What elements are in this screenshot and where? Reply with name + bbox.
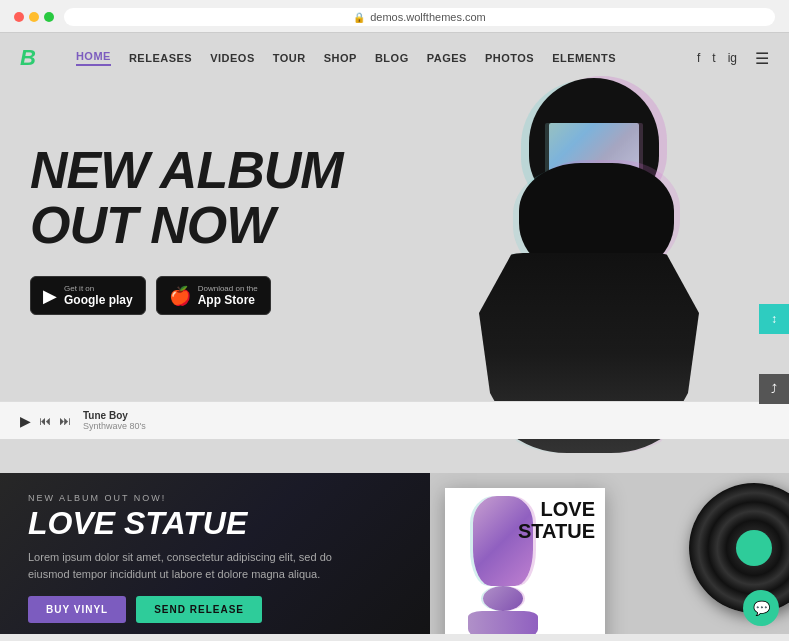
nav-link-home[interactable]: HOME: [76, 50, 111, 66]
nav-links: HOME RELEASES VIDEOS TOUR SHOP BLOG PAGE…: [76, 50, 697, 66]
app-store-text: Download on the App Store: [198, 284, 258, 307]
hamburger-menu-icon[interactable]: ☰: [755, 49, 769, 68]
chat-widget[interactable]: 💬: [743, 590, 779, 626]
player-info: Tune Boy Synthwave 80's: [83, 410, 146, 431]
nav-link-elements[interactable]: ELEMENTS: [552, 52, 616, 64]
player-controls: ▶ ⏮ ⏭: [20, 413, 71, 429]
buy-vinyl-button[interactable]: BUY VINYL: [28, 596, 126, 623]
hero-heading-line1: NEW ALBUM: [30, 143, 759, 198]
side-scroll-widget[interactable]: ↕: [759, 304, 789, 334]
traffic-light-red[interactable]: [14, 12, 24, 22]
album-cover-section: LOVE STATUE: [430, 473, 789, 634]
hero-text: NEW ALBUM OUT NOW ▶ Get it on Google pla…: [30, 143, 759, 315]
google-play-text: Get it on Google play: [64, 284, 133, 307]
player-track-name: Tune Boy: [83, 410, 146, 421]
instagram-icon[interactable]: ig: [728, 51, 737, 65]
player-subtitle: Synthwave 80's: [83, 421, 146, 431]
vinyl-record: [689, 483, 789, 613]
nav-link-releases[interactable]: RELEASES: [129, 52, 192, 64]
album-cover-card: LOVE STATUE: [445, 488, 605, 634]
album-promo-description: Lorem ipsum dolor sit amet, consectetur …: [28, 549, 368, 582]
nav-link-blog[interactable]: BLOG: [375, 52, 409, 64]
url-text: demos.wolfthemes.com: [370, 11, 486, 23]
browser-chrome: 🔒 demos.wolfthemes.com: [0, 0, 789, 33]
album-cover-title: LOVE STATUE: [518, 498, 595, 542]
app-store-button[interactable]: 🍎 Download on the App Store: [156, 276, 271, 315]
play-button[interactable]: ▶: [20, 413, 31, 429]
prev-button[interactable]: ⏮: [39, 414, 51, 428]
nav-link-videos[interactable]: VIDEOS: [210, 52, 255, 64]
album-promo-content: NEW ALBUM OUT NOW! LOVE STATUE Lorem ips…: [28, 493, 402, 623]
address-bar[interactable]: 🔒 demos.wolfthemes.com: [64, 8, 775, 26]
facebook-icon[interactable]: f: [697, 51, 700, 65]
next-button[interactable]: ⏭: [59, 414, 71, 428]
album-promo-panel: NEW ALBUM OUT NOW! LOVE STATUE Lorem ips…: [0, 473, 430, 634]
send-release-button[interactable]: SEND RELEASE: [136, 596, 262, 623]
nav-social: f t ig ☰: [697, 49, 769, 68]
traffic-lights: [14, 12, 54, 22]
player-bar: ▶ ⏮ ⏭ Tune Boy Synthwave 80's: [0, 401, 789, 439]
nav-link-shop[interactable]: SHOP: [324, 52, 357, 64]
navigation: B HOME RELEASES VIDEOS TOUR SHOP BLOG PA…: [0, 33, 789, 83]
nav-link-tour[interactable]: TOUR: [273, 52, 306, 64]
store-buttons: ▶ Get it on Google play 🍎 Download on th…: [30, 276, 759, 315]
bottom-section: NEW ALBUM OUT NOW! LOVE STATUE Lorem ips…: [0, 473, 789, 634]
nav-link-photos[interactable]: PHOTOS: [485, 52, 534, 64]
album-new-label: NEW ALBUM OUT NOW!: [28, 493, 402, 503]
traffic-light-green[interactable]: [44, 12, 54, 22]
twitter-icon[interactable]: t: [712, 51, 715, 65]
hero-heading-line2: OUT NOW: [30, 198, 759, 253]
hero-heading: NEW ALBUM OUT NOW: [30, 143, 759, 252]
album-action-buttons: BUY VINYL SEND RELEASE: [28, 596, 402, 623]
vinyl-label: [736, 530, 772, 566]
lock-icon: 🔒: [353, 12, 365, 23]
nav-link-pages[interactable]: PAGES: [427, 52, 467, 64]
apple-icon: 🍎: [169, 285, 191, 307]
google-play-icon: ▶: [43, 285, 57, 307]
side-share-widget[interactable]: ⤴: [759, 374, 789, 404]
traffic-light-yellow[interactable]: [29, 12, 39, 22]
google-play-button[interactable]: ▶ Get it on Google play: [30, 276, 146, 315]
website-content: B HOME RELEASES VIDEOS TOUR SHOP BLOG PA…: [0, 33, 789, 634]
nav-logo[interactable]: B: [20, 45, 36, 71]
album-promo-title: LOVE STATUE: [28, 507, 402, 539]
